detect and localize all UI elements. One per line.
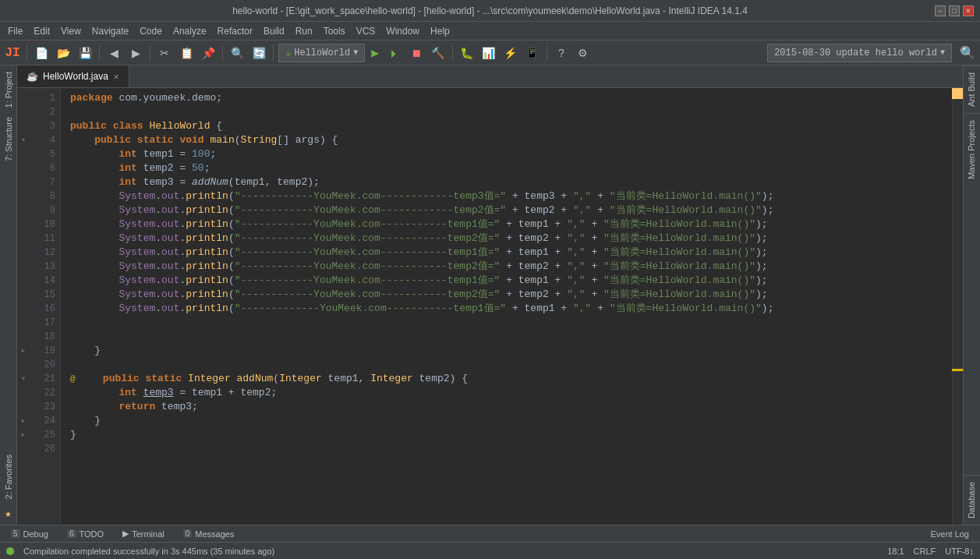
- code-line-14: System.out.println("------------YouMeek.…: [70, 274, 952, 288]
- error-stripe: [952, 88, 963, 525]
- editor-tab-helloworld[interactable]: ☕ HelloWorld.java ✕: [17, 65, 129, 87]
- menu-navigate[interactable]: Navigate: [87, 24, 133, 38]
- menu-build[interactable]: Build: [259, 24, 289, 38]
- menu-edit[interactable]: Edit: [29, 24, 55, 38]
- resume-button[interactable]: ⏵: [385, 44, 404, 62]
- fold-24[interactable]: [17, 414, 30, 428]
- debug-button[interactable]: 🐛: [458, 44, 476, 62]
- menu-run[interactable]: Run: [291, 24, 317, 38]
- status-dot-green: [6, 547, 14, 555]
- paste-button[interactable]: 📌: [199, 44, 218, 62]
- terminal-tab[interactable]: ▶ Terminal: [118, 527, 169, 540]
- status-right-items: 18:1 CRLF UTF-8↕: [887, 547, 974, 556]
- build-button[interactable]: 🔨: [429, 44, 448, 62]
- debug-tab[interactable]: 5 Debug: [6, 528, 53, 540]
- menu-window[interactable]: Window: [381, 24, 424, 38]
- code-line-12: System.out.println("------------YouMeek.…: [70, 246, 952, 260]
- replace-button[interactable]: 🔄: [249, 44, 268, 62]
- separator-7: [547, 45, 547, 61]
- code-line-5: int temp1 = 100;: [70, 147, 952, 161]
- messages-tab-label: Messages: [195, 529, 234, 539]
- cut-button[interactable]: ✂: [155, 44, 174, 62]
- code-content[interactable]: package com.youmeek.demo; public class H…: [61, 88, 952, 525]
- menu-tools[interactable]: Tools: [319, 24, 350, 38]
- maven-projects-panel[interactable]: Maven Projects: [964, 113, 980, 186]
- status-position[interactable]: 18:1: [887, 547, 904, 556]
- status-line-ending[interactable]: CRLF: [914, 547, 936, 556]
- copy-button[interactable]: 📋: [177, 44, 196, 62]
- profile-button[interactable]: ⚡: [501, 44, 520, 62]
- title-text: hello-world - [E:\git_work_space\hello-w…: [232, 5, 748, 16]
- sidebar-item-favorites[interactable]: 2: Favorites: [2, 450, 15, 504]
- todo-tab[interactable]: 6 TODO: [62, 528, 108, 540]
- stop-button[interactable]: ⏹: [407, 44, 426, 62]
- menu-view[interactable]: View: [56, 24, 86, 38]
- code-line-24: }: [70, 414, 952, 428]
- code-line-20: [70, 358, 952, 372]
- coverage-button[interactable]: 📊: [479, 44, 498, 62]
- code-editor: 1234 5678 9101112 13141516 17181920 2122…: [17, 88, 963, 525]
- fold-19[interactable]: [17, 344, 30, 358]
- menu-vcs[interactable]: VCS: [352, 24, 380, 38]
- menu-help[interactable]: Help: [426, 24, 455, 38]
- status-encoding[interactable]: UTF-8↕: [945, 547, 974, 556]
- menu-analyze[interactable]: Analyze: [168, 24, 211, 38]
- run-button[interactable]: ▶: [368, 45, 382, 61]
- code-line-17: [70, 316, 952, 330]
- git-commit-info[interactable]: 2015-08-30 update hello world ▼: [767, 44, 952, 62]
- code-line-2: [70, 105, 952, 119]
- event-log-tab[interactable]: Event Log: [925, 528, 974, 540]
- sidebar-left: 1: Project 7: Structure 2: Favorites ★: [0, 65, 17, 525]
- database-panel[interactable]: Database: [964, 475, 980, 525]
- separator-6: [452, 45, 453, 61]
- code-line-1: package com.youmeek.demo;: [70, 91, 952, 105]
- code-line-3: public class HelloWorld {: [70, 119, 952, 133]
- separator-4: [222, 45, 223, 61]
- run-config-selector[interactable]: ☕ HelloWorld ▼: [278, 44, 365, 62]
- tab-close-button[interactable]: ✕: [113, 73, 119, 81]
- main-area: 1: Project 7: Structure 2: Favorites ★ ☕…: [0, 65, 980, 525]
- save-button[interactable]: 💾: [76, 44, 94, 62]
- separator-1: [27, 45, 27, 61]
- fold-4[interactable]: [17, 133, 30, 147]
- maximize-button[interactable]: □: [949, 5, 960, 16]
- git-commit-text: 2015-08-30 update hello world: [774, 48, 937, 58]
- fold-25[interactable]: [17, 428, 30, 442]
- open-button[interactable]: 📂: [54, 44, 73, 62]
- find-button[interactable]: 🔍: [228, 44, 246, 62]
- android-button[interactable]: 📱: [523, 44, 542, 62]
- java-file-icon: ☕: [27, 71, 38, 82]
- bottom-bar: 5 Debug 6 TODO ▶ Terminal 0 Messages Eve…: [0, 525, 980, 542]
- minimize-button[interactable]: −: [935, 5, 946, 16]
- tab-bar: ☕ HelloWorld.java ✕: [17, 65, 963, 88]
- title-bar: hello-world - [E:\git_work_space\hello-w…: [0, 0, 980, 22]
- forward-button[interactable]: ▶: [126, 44, 145, 62]
- settings-button[interactable]: ⚙: [574, 44, 593, 62]
- editor-container: ☕ HelloWorld.java ✕: [17, 65, 963, 525]
- todo-tab-num: 6: [67, 529, 76, 538]
- sidebar-item-project[interactable]: 1: Project: [2, 67, 15, 112]
- back-button[interactable]: ◀: [104, 44, 123, 62]
- toolbar: JI 📄 📂 💾 ◀ ▶ ✂ 📋 📌 🔍 🔄 ☕ HelloWorld ▼ ▶ …: [0, 41, 980, 65]
- help-toolbar-button[interactable]: ?: [552, 44, 571, 62]
- menu-code[interactable]: Code: [135, 24, 167, 38]
- code-line-18: [70, 330, 952, 344]
- new-file-button[interactable]: 📄: [32, 44, 51, 62]
- global-search-button[interactable]: 🔍: [958, 44, 977, 62]
- sidebar-item-structure[interactable]: 7: Structure: [2, 112, 15, 166]
- debug-tab-label: Debug: [23, 529, 48, 539]
- line-indicator: [952, 369, 963, 371]
- separator-3: [150, 45, 150, 61]
- ant-build-panel[interactable]: Ant Build: [964, 65, 980, 113]
- menu-refactor[interactable]: Refactor: [213, 24, 257, 38]
- messages-tab[interactable]: 0 Messages: [179, 528, 239, 540]
- favorites-star-icon[interactable]: ★: [5, 507, 11, 520]
- close-button[interactable]: ✕: [963, 5, 974, 16]
- fold-21[interactable]: [17, 372, 30, 386]
- warning-indicator: [952, 88, 963, 99]
- code-line-19: }: [70, 344, 952, 358]
- code-line-21: @ public static Integer addNum(Integer t…: [70, 372, 952, 386]
- terminal-icon: ▶: [122, 529, 129, 539]
- code-line-11: System.out.println("------------YouMeek.…: [70, 232, 952, 246]
- menu-file[interactable]: File: [3, 24, 27, 38]
